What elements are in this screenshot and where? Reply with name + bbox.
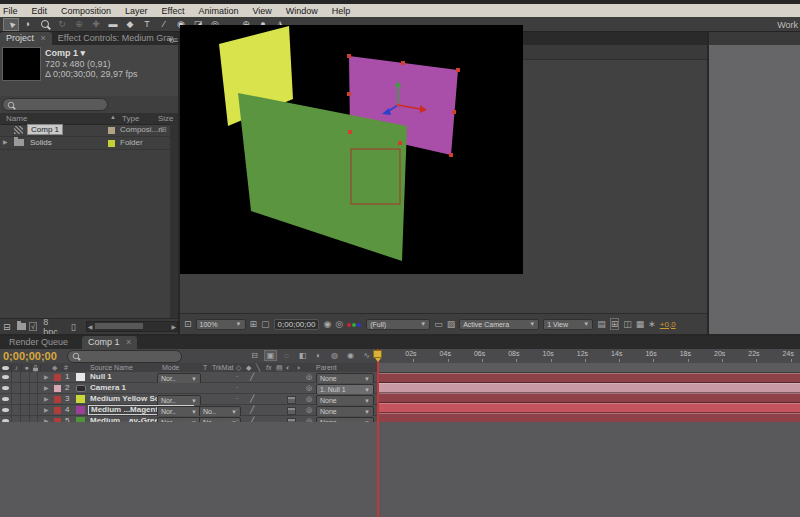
safe-margins-icon[interactable]: ⊞ (250, 319, 258, 329)
viewer-timecode[interactable]: 0;00;00;00 (274, 319, 320, 330)
layer-duration-bar[interactable] (379, 383, 800, 393)
composition-thumbnail[interactable] (2, 47, 41, 81)
quality-switch[interactable]: ╱ (250, 372, 254, 382)
layer-row-4[interactable]: ▶4Medium ...Magenta Solid 1Nor..▼No..▼·╱… (0, 405, 378, 416)
quality-switch[interactable]: ╱ (250, 394, 254, 404)
frame-blend-icon[interactable]: ▤ (276, 364, 283, 372)
menu-view[interactable]: View (245, 6, 278, 16)
shy-switch[interactable]: · (236, 383, 238, 393)
layer-duration-bar[interactable] (379, 393, 800, 403)
layer-name[interactable]: Camera 1 (90, 383, 126, 393)
selection-handle[interactable] (347, 54, 351, 58)
shy-icon[interactable]: ◇ (236, 364, 241, 372)
selection-handle[interactable] (401, 61, 405, 65)
twirl-icon[interactable]: ▶ (44, 395, 49, 402)
menu-help[interactable]: Help (325, 6, 358, 16)
text-tool[interactable]: T (139, 18, 155, 31)
transparency-grid-icon[interactable]: ▨ (447, 319, 456, 329)
flowchart-icon[interactable]: ⊞ (160, 125, 167, 134)
column-name[interactable]: Name (6, 114, 27, 123)
menu-file[interactable]: File (0, 6, 25, 16)
label-color-chip[interactable] (54, 385, 61, 392)
layer-name[interactable]: Null 1 (90, 372, 112, 382)
sort-arrow-icon[interactable]: ▲ (110, 114, 116, 120)
hand-tool[interactable]: ◗ (20, 18, 36, 31)
project-item-name[interactable]: Solids (30, 138, 52, 147)
collapse-icon[interactable]: ◆ (246, 364, 251, 372)
menu-window[interactable]: Window (279, 6, 325, 16)
selection-handle[interactable] (449, 153, 453, 157)
twirl-icon[interactable]: ▶ (44, 406, 49, 413)
layer-row-1[interactable]: ▶1Null 1Nor..▼·╱◎None▼ (0, 372, 378, 383)
label-color-chip[interactable] (54, 396, 61, 403)
flowchart-icon[interactable]: ▦ (636, 319, 645, 329)
selection-handle[interactable] (348, 130, 352, 134)
search-input[interactable] (2, 98, 108, 111)
tab-effect-controls[interactable]: Effect Controls: Medium Gray-Magenta So (52, 32, 174, 45)
comp-flowchart-icon[interactable]: ⊞ (610, 318, 620, 330)
motion-blur-button[interactable]: ◐ (312, 350, 325, 361)
fx-icon[interactable]: fx (266, 364, 271, 371)
rectangle-tool[interactable]: ▬ (105, 18, 121, 31)
show-snapshot-icon[interactable]: ◎ (335, 319, 343, 329)
project-vertical-scrollbar[interactable]: ▼ (170, 124, 178, 350)
workspace-label[interactable]: Work (777, 20, 798, 30)
column-trkmat[interactable]: TrkMat (212, 364, 234, 371)
current-time-field[interactable]: 0;00;00;00 (3, 350, 57, 362)
shy-switch[interactable]: · (236, 372, 238, 382)
layer-row-3[interactable]: ▶3Medium Yellow Solid 1Nor..▼·╱◎None▼ (0, 394, 378, 405)
label-color-chip[interactable] (54, 374, 61, 381)
work-area-bar[interactable] (379, 363, 800, 373)
quality-switch[interactable]: ╱ (250, 405, 254, 415)
menu-animation[interactable]: Animation (191, 6, 245, 16)
new-folder-icon[interactable] (17, 323, 27, 330)
project-row-solids[interactable]: ▶SolidsFolder (0, 137, 170, 150)
video-eye-icon[interactable] (2, 386, 9, 390)
timeline-button-icon[interactable]: ▤ (597, 319, 606, 329)
twirl-icon[interactable]: ▶ (44, 373, 49, 380)
column-parent[interactable]: Parent (316, 364, 337, 371)
selection-handle[interactable] (398, 141, 402, 145)
3d-switch[interactable] (287, 396, 296, 404)
tab-render-queue[interactable]: Render Queue (3, 336, 74, 349)
brainstorm-button[interactable]: ◍ (328, 350, 341, 361)
view-layout-dropdown[interactable]: 1 View▼ (543, 319, 593, 330)
column-number[interactable]: # (64, 364, 68, 371)
tab-project[interactable]: Project × (0, 32, 52, 45)
column-type[interactable]: Type (122, 114, 139, 123)
graph-editor-button[interactable]: ∿ (360, 350, 373, 361)
pixel-aspect-icon[interactable]: ◫ (623, 319, 632, 329)
video-eye-icon[interactable] (2, 408, 9, 412)
quality-icon[interactable]: ╲ (256, 364, 260, 372)
twirl-icon[interactable]: ▶ (44, 384, 49, 391)
layer-duration-bar[interactable] (379, 373, 800, 383)
timeline-search-input[interactable] (67, 350, 182, 363)
menu-composition[interactable]: Composition (54, 6, 118, 16)
anchor-point[interactable] (397, 104, 400, 107)
selection-tool[interactable]: ▲ (3, 18, 19, 31)
selection-handle[interactable] (452, 110, 456, 114)
auto-keyframe-button[interactable]: ◉ (344, 350, 357, 361)
shy-switch[interactable]: · (236, 405, 238, 415)
column-mode[interactable]: Mode (162, 364, 180, 371)
project-row-comp-1[interactable]: Comp 1Composi...n⊞ (0, 124, 170, 137)
project-info-name[interactable]: Comp 1 ▾ (45, 48, 85, 58)
menu-layer[interactable]: Layer (118, 6, 155, 16)
motion-blur-icon[interactable]: ◐ (286, 364, 290, 371)
menu-effect[interactable]: Effect (155, 6, 192, 16)
column-size[interactable]: Size (158, 114, 174, 123)
label-column-icon[interactable]: ◆ (52, 364, 57, 372)
rotation-tool[interactable]: ↻ (54, 18, 70, 31)
twirl-icon[interactable]: ▶ (3, 138, 8, 145)
expand-icon[interactable]: ⊡ (184, 319, 192, 329)
project-item-name[interactable]: Comp 1 (27, 124, 63, 135)
composition-view[interactable] (180, 25, 523, 274)
resolution-dropdown[interactable]: (Full)▼ (366, 319, 430, 330)
trash-icon[interactable]: ▯ (71, 322, 76, 332)
region-of-interest-icon[interactable]: ▭ (434, 319, 443, 329)
parent-pickwhip-icon[interactable]: ◎ (306, 405, 312, 415)
selection-handle[interactable] (347, 92, 351, 96)
color-depth-icon[interactable]: √ (29, 322, 37, 331)
parent-pickwhip-icon[interactable]: ◎ (306, 372, 312, 382)
exposure-value[interactable]: +0,0 (660, 320, 676, 329)
